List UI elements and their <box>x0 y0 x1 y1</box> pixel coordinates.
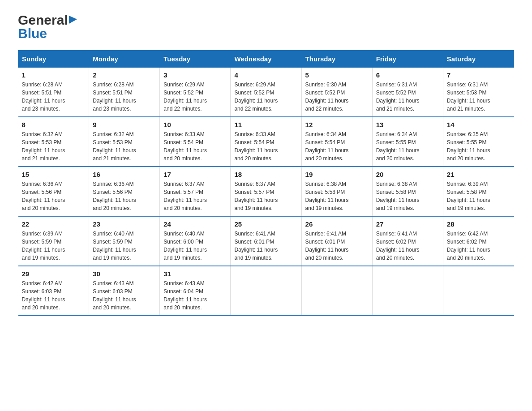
day-cell: 18 Sunrise: 6:37 AMSunset: 5:57 PMDaylig… <box>231 167 301 216</box>
day-info: Sunrise: 6:42 AMSunset: 6:02 PMDaylight:… <box>447 230 511 262</box>
day-number: 13 <box>376 121 439 128</box>
svg-marker-0 <box>69 16 77 24</box>
day-info: Sunrise: 6:28 AMSunset: 5:51 PMDaylight:… <box>22 81 86 113</box>
day-cell: 14 Sunrise: 6:35 AMSunset: 5:55 PMDaylig… <box>443 117 514 167</box>
day-number: 22 <box>22 220 86 228</box>
day-info: Sunrise: 6:34 AMSunset: 5:55 PMDaylight:… <box>376 130 439 163</box>
day-number: 14 <box>447 121 511 128</box>
day-info: Sunrise: 6:41 AMSunset: 6:01 PMDaylight:… <box>305 230 369 262</box>
header-thursday: Thursday <box>301 51 372 68</box>
day-info: Sunrise: 6:36 AMSunset: 5:56 PMDaylight:… <box>22 180 86 212</box>
day-info: Sunrise: 6:33 AMSunset: 5:54 PMDaylight:… <box>163 130 227 163</box>
day-info: Sunrise: 6:37 AMSunset: 5:57 PMDaylight:… <box>163 180 227 212</box>
day-cell: 6 Sunrise: 6:31 AMSunset: 5:52 PMDayligh… <box>372 68 443 117</box>
day-number: 1 <box>22 71 86 79</box>
day-cell: 8 Sunrise: 6:32 AMSunset: 5:53 PMDayligh… <box>18 117 89 167</box>
day-number: 23 <box>93 220 156 228</box>
logo: General Blue <box>18 13 77 41</box>
header-sunday: Sunday <box>18 51 89 68</box>
calendar-body: 1 Sunrise: 6:28 AMSunset: 5:51 PMDayligh… <box>18 68 514 316</box>
day-cell: 12 Sunrise: 6:34 AMSunset: 5:54 PMDaylig… <box>301 117 372 167</box>
day-number: 31 <box>163 270 227 278</box>
day-cell: 19 Sunrise: 6:38 AMSunset: 5:58 PMDaylig… <box>301 167 372 216</box>
day-number: 4 <box>234 71 297 79</box>
day-number: 19 <box>305 171 369 178</box>
day-cell: 22 Sunrise: 6:39 AMSunset: 5:59 PMDaylig… <box>18 216 89 266</box>
day-info: Sunrise: 6:42 AMSunset: 6:03 PMDaylight:… <box>22 279 86 312</box>
week-row-3: 15 Sunrise: 6:36 AMSunset: 5:56 PMDaylig… <box>18 167 514 216</box>
day-cell: 3 Sunrise: 6:29 AMSunset: 5:52 PMDayligh… <box>160 68 231 117</box>
week-row-2: 8 Sunrise: 6:32 AMSunset: 5:53 PMDayligh… <box>18 117 514 167</box>
day-info: Sunrise: 6:40 AMSunset: 5:59 PMDaylight:… <box>93 230 156 262</box>
day-info: Sunrise: 6:37 AMSunset: 5:57 PMDaylight:… <box>234 180 297 212</box>
day-number: 20 <box>376 171 439 178</box>
day-number: 3 <box>163 71 227 79</box>
day-number: 27 <box>376 220 439 228</box>
day-cell: 31 Sunrise: 6:43 AMSunset: 6:04 PMDaylig… <box>160 266 231 316</box>
day-number: 30 <box>93 270 156 278</box>
day-cell: 7 Sunrise: 6:31 AMSunset: 5:53 PMDayligh… <box>443 68 514 117</box>
day-cell <box>443 266 514 316</box>
day-info: Sunrise: 6:31 AMSunset: 5:52 PMDaylight:… <box>376 81 439 113</box>
day-number: 11 <box>234 121 297 128</box>
week-row-5: 29 Sunrise: 6:42 AMSunset: 6:03 PMDaylig… <box>18 266 514 316</box>
day-cell: 4 Sunrise: 6:29 AMSunset: 5:52 PMDayligh… <box>231 68 301 117</box>
day-cell: 27 Sunrise: 6:41 AMSunset: 6:02 PMDaylig… <box>372 216 443 266</box>
day-cell <box>372 266 443 316</box>
day-number: 5 <box>305 71 369 79</box>
day-cell: 20 Sunrise: 6:38 AMSunset: 5:58 PMDaylig… <box>372 167 443 216</box>
day-info: Sunrise: 6:41 AMSunset: 6:02 PMDaylight:… <box>376 230 439 262</box>
day-cell: 9 Sunrise: 6:32 AMSunset: 5:53 PMDayligh… <box>89 117 160 167</box>
day-info: Sunrise: 6:33 AMSunset: 5:54 PMDaylight:… <box>234 130 297 163</box>
day-info: Sunrise: 6:32 AMSunset: 5:53 PMDaylight:… <box>22 130 86 163</box>
page-header: General Blue <box>18 13 514 41</box>
day-number: 28 <box>447 220 511 228</box>
day-number: 12 <box>305 121 369 128</box>
header-row: SundayMondayTuesdayWednesdayThursdayFrid… <box>18 51 514 68</box>
day-number: 9 <box>93 121 156 128</box>
day-info: Sunrise: 6:40 AMSunset: 6:00 PMDaylight:… <box>163 230 227 262</box>
header-tuesday: Tuesday <box>160 51 231 68</box>
day-info: Sunrise: 6:32 AMSunset: 5:53 PMDaylight:… <box>93 130 156 163</box>
calendar-header: SundayMondayTuesdayWednesdayThursdayFrid… <box>18 51 514 68</box>
header-wednesday: Wednesday <box>231 51 301 68</box>
day-cell <box>231 266 301 316</box>
day-info: Sunrise: 6:36 AMSunset: 5:56 PMDaylight:… <box>93 180 156 212</box>
logo-blue: Blue <box>18 26 47 41</box>
day-info: Sunrise: 6:43 AMSunset: 6:04 PMDaylight:… <box>163 279 227 312</box>
day-info: Sunrise: 6:39 AMSunset: 5:58 PMDaylight:… <box>447 180 511 212</box>
day-number: 29 <box>22 270 86 278</box>
logo-general: General <box>18 13 68 27</box>
day-number: 15 <box>22 171 86 178</box>
week-row-1: 1 Sunrise: 6:28 AMSunset: 5:51 PMDayligh… <box>18 68 514 117</box>
header-saturday: Saturday <box>443 51 514 68</box>
day-cell: 28 Sunrise: 6:42 AMSunset: 6:02 PMDaylig… <box>443 216 514 266</box>
day-cell: 26 Sunrise: 6:41 AMSunset: 6:01 PMDaylig… <box>301 216 372 266</box>
day-info: Sunrise: 6:39 AMSunset: 5:59 PMDaylight:… <box>22 230 86 262</box>
day-number: 26 <box>305 220 369 228</box>
day-info: Sunrise: 6:30 AMSunset: 5:52 PMDaylight:… <box>305 81 369 113</box>
day-info: Sunrise: 6:38 AMSunset: 5:58 PMDaylight:… <box>376 180 439 212</box>
day-cell: 15 Sunrise: 6:36 AMSunset: 5:56 PMDaylig… <box>18 167 89 216</box>
day-cell: 29 Sunrise: 6:42 AMSunset: 6:03 PMDaylig… <box>18 266 89 316</box>
day-number: 21 <box>447 171 511 178</box>
day-info: Sunrise: 6:31 AMSunset: 5:53 PMDaylight:… <box>447 81 511 113</box>
day-number: 18 <box>234 171 297 178</box>
day-number: 17 <box>163 171 227 178</box>
day-cell: 11 Sunrise: 6:33 AMSunset: 5:54 PMDaylig… <box>231 117 301 167</box>
header-friday: Friday <box>372 51 443 68</box>
calendar-table: SundayMondayTuesdayWednesdayThursdayFrid… <box>18 50 514 316</box>
day-number: 8 <box>22 121 86 128</box>
logo-triangle-icon <box>69 16 77 24</box>
day-number: 2 <box>93 71 156 79</box>
day-cell: 10 Sunrise: 6:33 AMSunset: 5:54 PMDaylig… <box>160 117 231 167</box>
day-cell: 17 Sunrise: 6:37 AMSunset: 5:57 PMDaylig… <box>160 167 231 216</box>
day-number: 25 <box>234 220 297 228</box>
day-number: 24 <box>163 220 227 228</box>
day-cell: 30 Sunrise: 6:43 AMSunset: 6:03 PMDaylig… <box>89 266 160 316</box>
day-cell: 5 Sunrise: 6:30 AMSunset: 5:52 PMDayligh… <box>301 68 372 117</box>
day-number: 16 <box>93 171 156 178</box>
day-info: Sunrise: 6:34 AMSunset: 5:54 PMDaylight:… <box>305 130 369 163</box>
day-cell: 25 Sunrise: 6:41 AMSunset: 6:01 PMDaylig… <box>231 216 301 266</box>
day-info: Sunrise: 6:29 AMSunset: 5:52 PMDaylight:… <box>163 81 227 113</box>
